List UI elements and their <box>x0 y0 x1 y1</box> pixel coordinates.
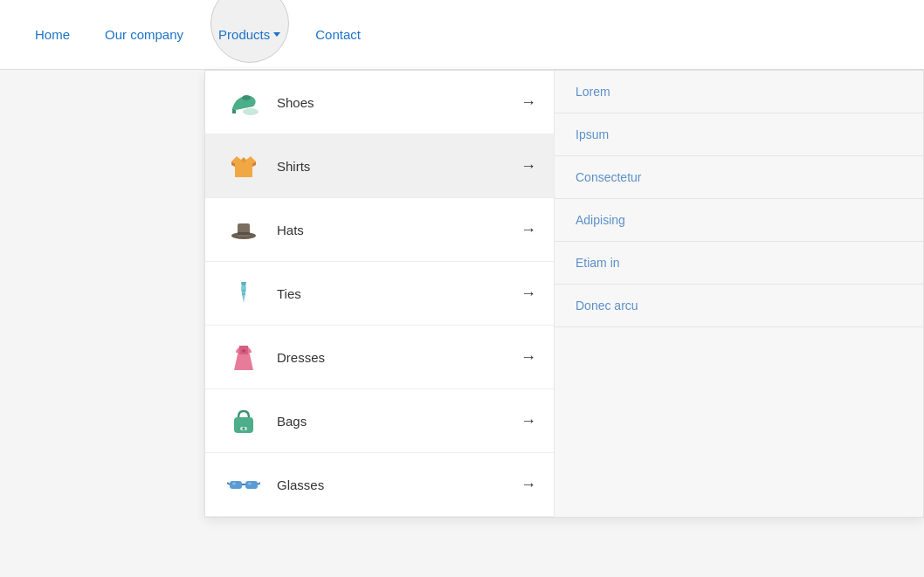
dresses-label: Dresses <box>277 350 521 365</box>
svg-point-25 <box>248 483 252 485</box>
ties-arrow: → <box>521 285 536 303</box>
category-item-shoes[interactable]: Shoes → <box>205 71 554 134</box>
dropdown-links: Lorem Ipsum Consectetur Adipising Etiam … <box>555 71 923 517</box>
link-item-adipising[interactable]: Adipising <box>555 199 923 242</box>
category-item-dresses[interactable]: Dresses → <box>205 326 554 389</box>
svg-rect-19 <box>230 481 242 489</box>
shirts-label: Shirts <box>277 159 521 174</box>
shoes-label: Shoes <box>277 95 521 110</box>
dresses-arrow: → <box>521 348 536 367</box>
svg-rect-20 <box>245 481 258 489</box>
ties-label: Ties <box>277 286 521 301</box>
bag-icon <box>223 400 265 442</box>
bags-arrow: → <box>521 412 536 430</box>
shoes-arrow: → <box>521 93 536 112</box>
nav-item-home[interactable]: Home <box>17 0 87 69</box>
dropdown-categories: Shoes → Shirts → <box>205 71 555 517</box>
glasses-arrow: → <box>521 476 536 494</box>
svg-line-22 <box>227 483 230 484</box>
svg-rect-8 <box>238 232 250 235</box>
chevron-down-icon <box>273 32 280 37</box>
svg-point-0 <box>243 108 259 115</box>
nav-item-contact[interactable]: Contact <box>298 0 378 69</box>
link-item-lorem[interactable]: Lorem <box>555 71 923 113</box>
nav-products: Products <box>201 0 298 70</box>
glasses-label: Glasses <box>277 477 521 492</box>
svg-point-18 <box>243 428 245 430</box>
category-item-shirts[interactable]: Shirts → <box>205 134 554 198</box>
hat-icon <box>223 209 265 251</box>
link-item-etiam-in[interactable]: Etiam in <box>555 242 923 285</box>
link-item-ipsum[interactable]: Ipsum <box>555 113 923 156</box>
category-item-glasses[interactable]: Glasses → <box>205 453 554 517</box>
link-item-donec-arcu[interactable]: Donec arcu <box>555 285 923 327</box>
svg-point-15 <box>242 349 245 353</box>
shirt-icon <box>223 145 265 187</box>
svg-line-23 <box>258 483 260 484</box>
shirts-arrow: → <box>521 157 536 175</box>
tie-icon <box>223 272 265 314</box>
svg-point-24 <box>232 483 236 485</box>
nav-item-our-company[interactable]: Our company <box>87 0 201 69</box>
glasses-icon <box>223 464 265 505</box>
link-item-consectetur[interactable]: Consectetur <box>555 156 923 199</box>
svg-point-1 <box>242 95 251 100</box>
dress-icon <box>223 336 265 378</box>
shoes-icon <box>223 81 265 123</box>
svg-rect-16 <box>234 417 253 433</box>
hats-label: Hats <box>277 223 521 237</box>
nav-item-products[interactable]: Products <box>201 0 298 70</box>
hats-arrow: → <box>521 221 536 239</box>
svg-marker-10 <box>241 282 246 285</box>
bags-label: Bags <box>277 414 521 429</box>
category-item-hats[interactable]: Hats → <box>205 198 554 262</box>
navbar: Home Our company Products Contact <box>0 0 924 70</box>
category-item-bags[interactable]: Bags → <box>205 389 554 453</box>
category-item-ties[interactable]: Ties → <box>205 262 554 326</box>
dropdown-menu: Shoes → Shirts → <box>204 70 924 518</box>
products-label: Products <box>218 27 270 42</box>
